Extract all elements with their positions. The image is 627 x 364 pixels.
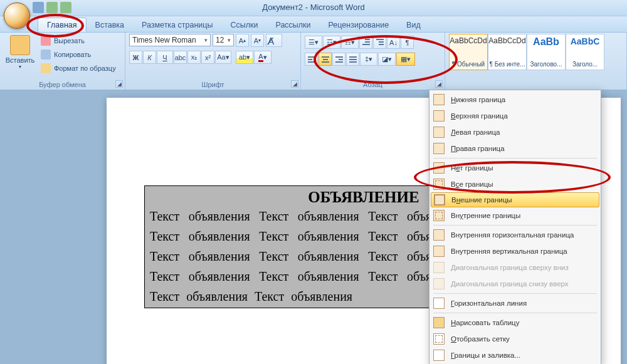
highlight-button[interactable]: ab▾ bbox=[236, 51, 253, 64]
border-all-icon bbox=[433, 179, 445, 190]
border-left-icon bbox=[433, 127, 445, 138]
menu-horizontal-line[interactable]: Горизонтальная линия bbox=[431, 295, 599, 311]
undo-icon[interactable] bbox=[46, 2, 58, 13]
shading-button[interactable]: ◪▾ bbox=[378, 53, 396, 66]
border-right-icon bbox=[433, 143, 445, 154]
borders-button[interactable]: ▦▾ bbox=[396, 53, 415, 66]
align-left-button[interactable] bbox=[305, 53, 318, 66]
tab-refs[interactable]: Ссылки bbox=[221, 18, 266, 32]
shrink-font-button[interactable]: A▾ bbox=[251, 34, 264, 47]
cut-button[interactable]: Вырезать bbox=[38, 34, 119, 47]
border-bottom-icon bbox=[433, 94, 445, 105]
group-paragraph: ☰▾ ☲▾ ☷▾ A↓ ¶ bbox=[301, 33, 445, 90]
font-color-button[interactable]: A▾ bbox=[254, 51, 271, 64]
format-painter-button[interactable]: Формат по образцу bbox=[38, 61, 119, 75]
menu-view-gridlines[interactable]: Отобразить сетку bbox=[431, 331, 599, 347]
menu-border-bottom[interactable]: Нижняя граница bbox=[431, 91, 599, 108]
font-size-combo[interactable]: 12▾ bbox=[213, 34, 234, 46]
draw-table-icon bbox=[433, 317, 445, 328]
border-diag-up-icon bbox=[433, 278, 445, 289]
svg-text:A̸: A̸ bbox=[266, 36, 275, 46]
tab-insert[interactable]: Вставка bbox=[87, 18, 133, 32]
decrease-indent-button[interactable] bbox=[359, 36, 372, 49]
sort-button[interactable]: A↓ bbox=[387, 36, 400, 49]
multilevel-button[interactable]: ☷▾ bbox=[341, 36, 359, 49]
font-name-combo[interactable]: Times New Roman▾ bbox=[129, 34, 211, 46]
menu-borders-and-shading[interactable]: Границы и заливка... bbox=[431, 347, 599, 363]
group-label-clipboard: Буфер обмена bbox=[4, 81, 121, 90]
justify-button[interactable] bbox=[346, 53, 359, 66]
menu-border-inner-h[interactable]: Внутренняя горизонтальная граница bbox=[431, 227, 599, 243]
subscript-button[interactable]: x₂ bbox=[187, 51, 201, 64]
clipboard-small-buttons: Вырезать Копировать Формат по образцу bbox=[38, 34, 119, 75]
clipboard-launcher[interactable]: ◢ bbox=[115, 80, 123, 88]
style-normal[interactable]: AaBbCcDd ¶ Обычный bbox=[449, 34, 488, 70]
copy-icon bbox=[41, 49, 51, 60]
border-outside-icon bbox=[434, 194, 445, 205]
border-inner-v-icon bbox=[433, 246, 445, 257]
doc-title: ОБЪЯВЛЕНИЕ bbox=[308, 189, 419, 205]
menu-border-right[interactable]: Правая граница bbox=[431, 140, 599, 157]
align-center-button[interactable] bbox=[319, 53, 332, 66]
tab-layout[interactable]: Разметка страницы bbox=[133, 18, 221, 32]
style-no-spacing[interactable]: AaBbCcDd ¶ Без инте... bbox=[488, 34, 527, 70]
font-launcher[interactable]: ◢ bbox=[291, 80, 298, 88]
menu-draw-table[interactable]: Нарисовать таблицу bbox=[431, 315, 599, 331]
clear-formatting-button[interactable]: A̸ bbox=[266, 34, 282, 47]
style-heading2[interactable]: AaBbC Заголо... bbox=[566, 34, 604, 70]
paragraph-launcher[interactable]: ◢ bbox=[435, 80, 443, 88]
style-heading1[interactable]: AaBb Заголово... bbox=[527, 34, 566, 70]
office-button[interactable] bbox=[4, 3, 30, 29]
group-clipboard: Вставить ▾ Вырезать Копировать Формат по… bbox=[0, 33, 125, 90]
menu-border-outside[interactable]: Внешние границы bbox=[431, 192, 599, 207]
menu-border-diag-up: Диагональная граница снизу вверх bbox=[431, 276, 599, 292]
tab-mail[interactable]: Рассылки bbox=[266, 18, 319, 32]
copy-button[interactable]: Копировать bbox=[38, 48, 119, 61]
borders-shading-icon bbox=[433, 350, 445, 361]
line-spacing-button[interactable]: ‡▾ bbox=[360, 53, 377, 66]
menu-border-inside[interactable]: Внутренние границы bbox=[431, 207, 599, 224]
qat-more-icon[interactable] bbox=[74, 2, 80, 13]
paste-icon bbox=[10, 35, 30, 55]
numbering-button[interactable]: ☲▾ bbox=[323, 36, 340, 49]
group-label-paragraph: Абзац bbox=[305, 81, 441, 90]
hline-icon bbox=[433, 298, 445, 309]
group-styles: AaBbCcDd ¶ Обычный AaBbCcDd ¶ Без инте..… bbox=[445, 33, 627, 90]
menu-border-diag-down: Диагональная граница сверху вниз bbox=[431, 259, 599, 276]
menu-border-inner-v[interactable]: Внутренняя вертикальная граница bbox=[431, 243, 599, 259]
show-marks-button[interactable]: ¶ bbox=[401, 36, 414, 49]
redo-icon[interactable] bbox=[60, 2, 71, 13]
superscript-button[interactable]: x² bbox=[201, 51, 214, 64]
paste-button[interactable]: Вставить ▾ bbox=[4, 34, 36, 71]
change-case-button[interactable]: Aa▾ bbox=[215, 51, 231, 64]
grow-font-button[interactable]: A▴ bbox=[236, 34, 249, 47]
align-right-button[interactable] bbox=[332, 53, 345, 66]
tab-home[interactable]: Главная bbox=[38, 18, 87, 32]
window-title: Документ2 - Microsoft Word bbox=[262, 3, 365, 12]
quick-access-toolbar bbox=[33, 2, 80, 13]
bullets-button[interactable]: ☰▾ bbox=[305, 36, 322, 49]
border-inner-h-icon bbox=[433, 229, 445, 241]
titlebar: Документ2 - Microsoft Word bbox=[0, 0, 627, 16]
strike-button[interactable]: abc bbox=[174, 51, 187, 64]
ribbon-tabs: Главная Вставка Разметка страницы Ссылки… bbox=[0, 16, 627, 33]
group-font: Times New Roman▾ 12▾ A▴ A▾ A̸ Ж К Ч abc … bbox=[125, 33, 301, 90]
border-icon: ▦ bbox=[401, 55, 407, 63]
menu-border-top[interactable]: Верхняя граница bbox=[431, 108, 599, 124]
menu-border-left[interactable]: Левая граница bbox=[431, 124, 599, 140]
borders-dropdown: Нижняя граница Верхняя граница Левая гра… bbox=[429, 90, 601, 364]
tab-view[interactable]: Вид bbox=[398, 18, 429, 32]
underline-button[interactable]: Ч bbox=[157, 51, 173, 64]
save-icon[interactable] bbox=[33, 2, 44, 13]
border-inside-icon bbox=[433, 210, 445, 221]
brush-icon bbox=[41, 63, 51, 73]
bold-button[interactable]: Ж bbox=[129, 51, 142, 64]
tab-review[interactable]: Рецензирование bbox=[320, 18, 398, 32]
menu-border-all[interactable]: Все границы bbox=[431, 176, 599, 192]
group-label-font: Шрифт bbox=[129, 81, 297, 90]
menu-border-none[interactable]: Нет границы bbox=[431, 160, 599, 176]
scissors-icon bbox=[41, 36, 51, 46]
increase-indent-button[interactable] bbox=[373, 36, 386, 49]
italic-button[interactable]: К bbox=[143, 51, 156, 64]
border-diag-down-icon bbox=[433, 262, 445, 273]
